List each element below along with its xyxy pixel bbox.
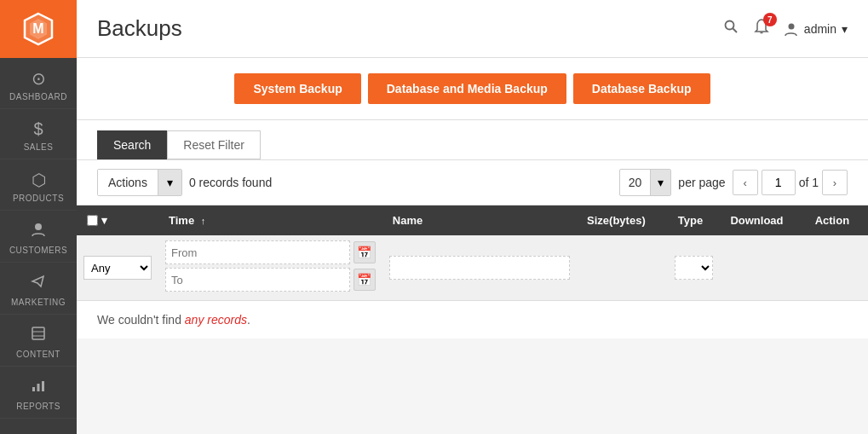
pagination: ‹ of 1 › [733,170,848,195]
actions-select[interactable]: Actions ▾ [97,169,182,196]
db-media-backup-button[interactable]: Database and Media Backup [368,73,566,104]
time-sort-arrow[interactable]: ↑ [201,216,206,226]
svg-line-12 [733,29,737,33]
reports-icon [30,377,47,398]
select-all-checkbox[interactable] [87,215,98,226]
sales-icon: $ [33,119,43,139]
sidebar-item-label: SALES [24,142,54,152]
toolbar-left: Actions ▾ 0 records found [97,169,272,196]
pagination-input[interactable] [762,170,796,195]
action-buttons-bar: System Backup Database and Media Backup … [77,58,868,120]
system-backup-button[interactable]: System Backup [234,73,360,104]
per-page-value: 20 [620,176,651,189]
th-type: Type [668,205,721,235]
svg-point-11 [725,21,733,30]
th-action: Action [805,205,868,235]
customers-icon [30,221,47,242]
sidebar-item-products[interactable]: ⬡ PRODUCTS [0,159,77,211]
svg-point-4 [35,223,42,230]
filter-download-col [720,235,804,301]
sidebar-item-content[interactable]: CONTENT [0,315,77,367]
filter-name-col [382,235,577,301]
sidebar-item-marketing[interactable]: MARKETING [0,263,77,315]
sidebar-item-reports[interactable]: REPORTS [0,367,77,419]
to-date-wrap: 📅 [165,268,376,292]
svg-point-14 [788,23,794,29]
user-dropdown-arrow: ▾ [842,22,848,36]
sidebar-item-dashboard[interactable]: ⊙ DASHBOARD [0,58,77,109]
page-content: System Backup Database and Media Backup … [77,58,868,434]
sidebar-item-label: MARKETING [11,298,66,307]
content-icon [30,325,47,346]
no-records-highlight: any records [185,313,247,327]
marketing-icon [30,273,47,294]
pagination-prev[interactable]: ‹ [733,170,758,195]
dashboard-icon: ⊙ [32,68,46,89]
any-select-input[interactable]: Any [84,257,151,279]
from-calendar-icon[interactable]: 📅 [354,241,376,263]
table-toolbar: Actions ▾ 0 records found 20 ▾ per page … [77,160,868,205]
sidebar-item-customers[interactable]: CUSTOMERS [0,211,77,263]
filter-size-col [577,235,668,301]
svg-rect-8 [32,387,35,391]
actions-dropdown-arrow[interactable]: ▾ [158,170,181,195]
pagination-next[interactable]: › [822,170,848,195]
table-header-row: ▾ Time ↑ Name Size(bytes) Type Download … [77,205,868,235]
per-page-arrow[interactable]: ▾ [650,170,670,195]
page-title: Backups [97,15,182,42]
filter-type-col [668,235,721,301]
filter-tabs: Search Reset Filter [97,130,848,159]
no-records-prefix: We couldn't find [97,313,185,327]
no-records-row: We couldn't find any records. [77,301,868,339]
main-content: Backups 7 admin ▾ System Backup Database… [77,0,868,434]
sidebar-item-label: PRODUCTS [13,194,64,203]
sidebar-item-label: CUSTOMERS [9,246,67,255]
no-records-cell: We couldn't find any records. [77,301,868,339]
no-records-suffix: . [247,313,250,327]
toolbar-right: 20 ▾ per page ‹ of 1 › [619,169,848,196]
to-calendar-icon[interactable]: 📅 [354,269,376,291]
svg-rect-9 [37,384,40,391]
sidebar: M ⊙ DASHBOARD $ SALES ⬡ PRODUCTS CUSTOME… [0,0,77,434]
filter-action-col [805,235,868,301]
filter-checkbox-col: Any [77,235,158,301]
notification-bell[interactable]: 7 [753,18,770,39]
table-filter-row: Any 📅 📅 [77,235,868,301]
type-select-wrap[interactable] [675,256,714,280]
svg-rect-10 [42,381,44,391]
type-select-input[interactable] [675,257,713,279]
user-menu[interactable]: admin ▾ [784,21,848,37]
any-select[interactable]: Any [83,256,152,280]
filter-time-col: 📅 📅 [158,235,382,301]
topbar-right: 7 admin ▾ [722,18,848,39]
search-icon[interactable] [722,18,739,39]
actions-label: Actions [98,170,158,195]
th-checkbox: ▾ [77,205,158,235]
sidebar-item-sales[interactable]: $ SALES [0,109,77,159]
from-date-wrap: 📅 [165,240,376,264]
from-date-input[interactable] [165,240,350,264]
products-icon: ⬡ [32,170,46,190]
user-label: admin [804,22,836,36]
th-checkbox-arrow[interactable]: ▾ [101,214,107,227]
records-count: 0 records found [189,176,272,189]
th-size: Size(bytes) [577,205,668,235]
svg-text:M: M [32,21,43,36]
data-table: ▾ Time ↑ Name Size(bytes) Type Download … [77,205,868,339]
reset-filter-button[interactable]: Reset Filter [167,130,261,159]
sidebar-item-label: REPORTS [16,402,60,411]
notification-badge: 7 [763,13,777,26]
filter-area: Search Reset Filter [77,120,868,160]
th-time: Time ↑ [158,205,382,235]
to-date-input[interactable] [165,268,350,292]
name-filter-input[interactable] [389,256,570,280]
sidebar-item-label: CONTENT [16,350,60,359]
per-page-select[interactable]: 20 ▾ [619,169,672,196]
topbar: Backups 7 admin ▾ [77,0,868,58]
per-page-label: per page [678,176,725,189]
pagination-total: of 1 [799,176,819,189]
sidebar-item-label: DASHBOARD [9,92,67,101]
db-backup-button[interactable]: Database Backup [573,73,710,104]
sidebar-logo: M [0,0,77,58]
search-tab[interactable]: Search [97,130,167,159]
